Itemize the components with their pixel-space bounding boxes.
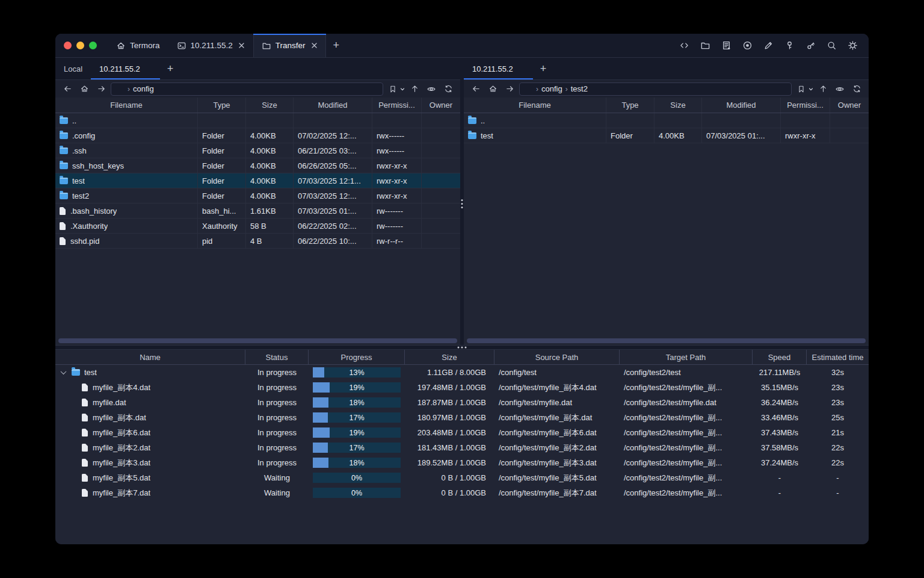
column-header[interactable]: Source Path bbox=[494, 350, 620, 364]
path-breadcrumb[interactable]: › config bbox=[111, 82, 383, 96]
column-header[interactable]: Modified bbox=[294, 98, 372, 113]
close-tab-icon[interactable] bbox=[519, 66, 525, 72]
column-header[interactable]: Type bbox=[606, 98, 654, 113]
file-row[interactable]: sshd.pidpid4 B06/22/2025 10:...rw-r--r-- bbox=[55, 234, 460, 249]
log-icon[interactable] bbox=[718, 38, 734, 54]
column-header[interactable]: Size bbox=[405, 350, 494, 364]
home-icon[interactable] bbox=[77, 82, 91, 96]
refresh-icon[interactable] bbox=[441, 82, 455, 96]
zoom-window-button[interactable] bbox=[89, 42, 97, 49]
column-header[interactable]: Target Path bbox=[620, 350, 753, 364]
show-hidden-icon[interactable] bbox=[833, 82, 847, 96]
panel-tab-host[interactable]: 10.211.55.2 bbox=[464, 58, 533, 79]
key-icon[interactable] bbox=[781, 38, 797, 54]
transfer-row[interactable]: testIn progress13%1.11GB / 8.00GB/config… bbox=[55, 365, 869, 380]
close-tab-icon[interactable] bbox=[238, 42, 245, 49]
transfer-row[interactable]: myfile_副本4.datIn progress19%197.48MB / 1… bbox=[55, 380, 869, 395]
folder-icon[interactable] bbox=[697, 38, 713, 54]
column-header[interactable]: Filename bbox=[55, 98, 198, 113]
bookmark-icon[interactable] bbox=[386, 82, 400, 96]
column-header[interactable]: Name bbox=[55, 350, 245, 364]
file-row[interactable]: test2Folder4.00KB07/03/2025 12:...rwxr-x… bbox=[55, 188, 460, 204]
close-tab-icon[interactable] bbox=[146, 66, 152, 72]
transfer-row[interactable]: myfile_副本.datIn progress17%180.97MB / 1.… bbox=[55, 410, 869, 425]
transfer-row[interactable]: myfile_副本6.datIn progress19%203.48MB / 1… bbox=[55, 425, 869, 440]
back-icon[interactable] bbox=[469, 82, 483, 96]
file-row[interactable]: .configFolder4.00KB07/02/2025 12:...rwx-… bbox=[55, 128, 460, 143]
tab-host[interactable]: 10.211.55.2 bbox=[168, 34, 253, 57]
home-icon[interactable] bbox=[485, 82, 500, 96]
forward-icon[interactable] bbox=[94, 82, 108, 96]
column-header[interactable]: Size bbox=[654, 98, 702, 113]
tab-transfer[interactable]: Transfer bbox=[253, 34, 326, 57]
column-header[interactable]: Owner bbox=[422, 98, 460, 113]
panel-tab-local[interactable]: Local bbox=[55, 58, 91, 79]
horizontal-scrollbar[interactable] bbox=[58, 338, 457, 343]
file-row[interactable]: .. bbox=[55, 113, 460, 128]
expand-chevron-icon[interactable] bbox=[61, 368, 67, 374]
file-row[interactable]: .bash_historybash_hi...1.61KB07/03/2025 … bbox=[55, 204, 460, 219]
new-panel-tab-button[interactable]: + bbox=[533, 58, 554, 79]
transfer-progress-cell: 19% bbox=[309, 380, 405, 395]
column-header[interactable]: Progress bbox=[309, 350, 405, 364]
close-tab-icon[interactable] bbox=[311, 42, 318, 49]
bookmark-caret-icon[interactable] bbox=[400, 87, 405, 92]
column-header[interactable]: Modified bbox=[702, 98, 781, 113]
bookmark-icon[interactable] bbox=[794, 82, 808, 96]
close-window-button[interactable] bbox=[64, 42, 72, 49]
horizontal-splitter[interactable] bbox=[55, 345, 869, 350]
search-icon[interactable] bbox=[824, 38, 839, 54]
chevron-down-icon[interactable] bbox=[779, 85, 786, 93]
edit-icon[interactable] bbox=[760, 38, 776, 54]
titlebar: Termora 10.211.55.2 Transfer + bbox=[55, 34, 869, 58]
new-panel-tab-button[interactable]: + bbox=[160, 58, 181, 79]
forward-icon[interactable] bbox=[502, 82, 517, 96]
path-breadcrumb[interactable]: › config › test2 bbox=[519, 82, 792, 96]
column-header[interactable]: Speed bbox=[753, 350, 807, 364]
upload-icon[interactable] bbox=[816, 82, 830, 96]
column-header[interactable]: Permissi... bbox=[781, 98, 830, 113]
breadcrumb-segment[interactable]: config bbox=[133, 84, 154, 93]
transfer-progress-cell: 13% bbox=[309, 365, 405, 380]
file-row[interactable]: testFolder4.00KB07/03/2025 12:1...rwxr-x… bbox=[55, 173, 460, 188]
column-header[interactable]: Estimated time bbox=[807, 350, 869, 364]
transfer-row[interactable]: myfile.datIn progress18%187.87MB / 1.00G… bbox=[55, 395, 869, 410]
column-header[interactable]: Owner bbox=[830, 98, 869, 113]
file-row[interactable]: .sshFolder4.00KB06/21/2025 03:...rwx----… bbox=[55, 143, 460, 158]
breadcrumb-segment[interactable]: test2 bbox=[571, 84, 588, 93]
show-hidden-icon[interactable] bbox=[424, 82, 439, 96]
file-row[interactable]: .XauthorityXauthority58 B06/22/2025 02:.… bbox=[55, 219, 460, 234]
column-header[interactable]: Filename bbox=[464, 98, 606, 113]
record-icon[interactable] bbox=[739, 38, 755, 54]
keychain-icon[interactable] bbox=[802, 38, 818, 54]
transfer-row[interactable]: myfile_副本7.datWaiting0%0 B / 1.00GB/conf… bbox=[55, 485, 869, 500]
transfer-row[interactable]: myfile_副本5.datWaiting0%0 B / 1.00GB/conf… bbox=[55, 470, 869, 485]
file-name: .Xauthority bbox=[70, 222, 108, 231]
bookmark-caret-icon[interactable] bbox=[808, 87, 813, 92]
upload-icon[interactable] bbox=[407, 82, 422, 96]
column-header[interactable]: Size bbox=[246, 98, 294, 113]
transfer-speed: 37.43MB/s bbox=[753, 425, 807, 440]
transfer-row[interactable]: myfile_副本2.datIn progress17%181.43MB / 1… bbox=[55, 440, 869, 455]
file-icon bbox=[82, 384, 88, 391]
new-tab-button[interactable]: + bbox=[326, 34, 347, 57]
column-header[interactable]: Status bbox=[245, 350, 309, 364]
chevron-down-icon[interactable] bbox=[371, 85, 378, 93]
transfer-size: 189.52MB / 1.00GB bbox=[405, 455, 494, 470]
code-icon[interactable] bbox=[676, 38, 692, 54]
back-icon[interactable] bbox=[60, 82, 75, 96]
minimize-window-button[interactable] bbox=[76, 42, 84, 49]
file-permissions: rwx------ bbox=[372, 128, 422, 143]
file-row[interactable]: .. bbox=[464, 113, 869, 128]
file-row[interactable]: testFolder4.00KB07/03/2025 01:...rwxr-xr… bbox=[464, 128, 869, 143]
file-row[interactable]: ssh_host_keysFolder4.00KB06/26/2025 05:.… bbox=[55, 158, 460, 173]
breadcrumb-segment[interactable]: config bbox=[541, 84, 562, 93]
transfer-row[interactable]: myfile_副本3.datIn progress18%189.52MB / 1… bbox=[55, 455, 869, 470]
settings-icon[interactable] bbox=[845, 38, 860, 54]
column-header[interactable]: Permissi... bbox=[372, 98, 422, 113]
panel-tab-host[interactable]: 10.211.55.2 bbox=[91, 58, 160, 79]
tab-termora[interactable]: Termora bbox=[108, 34, 168, 57]
column-header[interactable]: Type bbox=[198, 98, 246, 113]
refresh-icon[interactable] bbox=[849, 82, 864, 96]
horizontal-scrollbar[interactable] bbox=[467, 338, 866, 343]
